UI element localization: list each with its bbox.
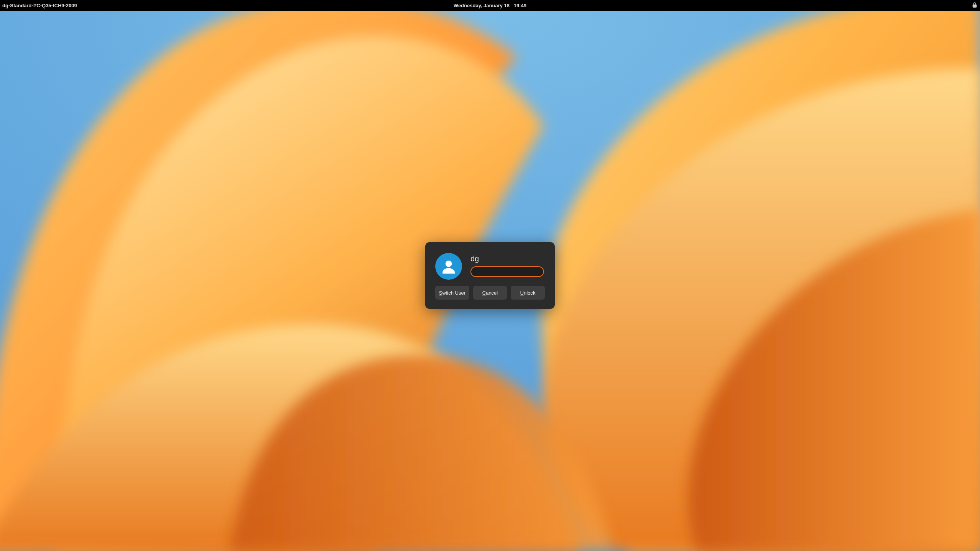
switch-user-rest: witch User (442, 290, 466, 296)
unlock-button[interactable]: Unlock (511, 286, 545, 300)
cancel-button[interactable]: Cancel (473, 286, 507, 300)
dialog-top-row: dg (435, 253, 545, 280)
clock-label[interactable]: Wednesday, January 18 19:49 (454, 3, 526, 8)
unlock-dialog: dg Switch User Cancel Unlock (425, 242, 555, 309)
unlock-rest: nlock (524, 290, 535, 296)
panel-right (972, 2, 978, 9)
cancel-rest: ancel (486, 290, 498, 296)
lock-icon (972, 2, 978, 9)
date-text: Wednesday, January 18 (454, 3, 510, 8)
switch-user-button[interactable]: Switch User (435, 286, 469, 300)
hostname-label: dg-Standard-PC-Q35-ICH9-2009 (2, 3, 77, 8)
top-panel: dg-Standard-PC-Q35-ICH9-2009 Wednesday, … (0, 0, 980, 11)
time-text: 19:49 (514, 3, 526, 8)
avatar (435, 253, 462, 280)
button-row: Switch User Cancel Unlock (435, 286, 545, 300)
user-area: dg (470, 253, 545, 277)
password-input[interactable] (470, 266, 544, 277)
svg-point-1 (446, 261, 452, 267)
username-label: dg (470, 254, 545, 263)
